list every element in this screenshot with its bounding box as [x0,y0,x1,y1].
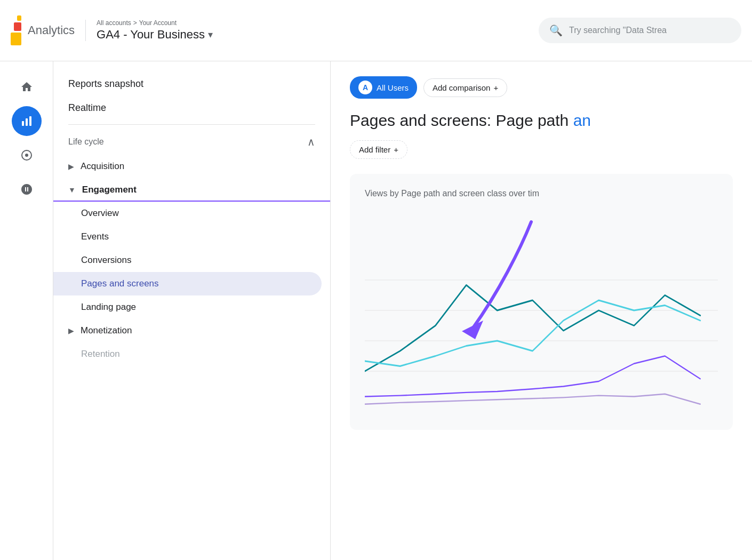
search-icon: 🔍 [549,24,563,37]
top-header: Analytics All accounts > Your Account GA… [0,0,752,61]
sidebar-realtime[interactable]: Realtime [53,96,330,120]
engagement-expand-icon: ▼ [68,186,76,194]
logo-bar-red [14,22,21,31]
nav-icon-home[interactable] [12,72,42,102]
chart-container: Views by Page path and screen class over… [350,174,733,430]
sidebar-item-engagement[interactable]: ▼ Engagement [53,178,330,202]
chart-title: Views by Page path and screen class over… [365,189,718,198]
account-name-label: GA4 - Your Business [97,28,205,42]
logo-bar-orange [11,33,21,45]
chart-line-teal-dark [365,285,700,372]
breadcrumb-separator: > [133,19,137,27]
monetization-label: Monetization [81,325,132,336]
sidebar-item-retention[interactable]: Retention [53,342,330,366]
acquisition-label: Acquisition [81,161,124,172]
page-title-text: Pages and screens: Page path an [350,111,591,129]
nav-icon-reports[interactable] [12,106,42,136]
monetization-expand-icon: ▶ [68,326,74,335]
page-title: Pages and screens: Page path an [350,111,733,130]
sidebar-item-landing-page[interactable]: Landing page [53,295,330,319]
header-divider [85,20,86,41]
svg-rect-1 [26,118,28,126]
acquisition-expand-icon: ▶ [68,162,74,171]
chart-title-text: Views by Page path and screen class over… [365,189,539,198]
add-comparison-icon: + [493,83,498,92]
sidebar-item-monetization[interactable]: ▶ Monetization [53,319,330,342]
icon-nav [0,61,53,560]
all-users-avatar: A [358,81,372,94]
chart-line-light-purple [365,394,700,404]
sidebar: Reports snapshot Realtime Life cycle ∧ ▶… [53,61,331,560]
all-users-label: All Users [377,83,409,92]
all-users-chip[interactable]: A All Users [350,76,417,99]
engagement-label: Engagement [82,185,137,195]
add-filter-icon: + [394,145,398,154]
account-name-dropdown[interactable]: GA4 - Your Business ▾ [97,28,213,42]
sidebar-divider-1 [68,124,315,125]
main-content: A All Users Add comparison + Pages and s… [331,61,752,560]
add-comparison-button[interactable]: Add comparison + [423,78,507,97]
sidebar-item-conversions[interactable]: Conversions [53,249,330,272]
chart-svg [365,209,718,412]
sidebar-item-events[interactable]: Events [53,225,330,249]
breadcrumb: All accounts > Your Account [97,19,213,27]
nav-icon-explore[interactable] [12,140,42,170]
nav-icon-advertising[interactable] [12,174,42,204]
svg-rect-0 [22,121,24,126]
analytics-logo-icon [11,15,21,45]
breadcrumb-your-account[interactable]: Your Account [139,19,177,27]
svg-rect-2 [29,116,31,126]
add-filter-button[interactable]: Add filter + [350,140,407,159]
breadcrumb-all-accounts[interactable]: All accounts [97,19,131,27]
logo-bar-yellow [17,15,21,21]
sidebar-item-acquisition[interactable]: ▶ Acquisition [53,155,330,178]
lifecycle-chevron-icon: ∧ [307,135,315,148]
account-dropdown-icon: ▾ [208,29,213,41]
add-filter-label: Add filter [359,145,390,154]
add-comparison-label: Add comparison [433,83,490,92]
account-area: All accounts > Your Account GA4 - Your B… [97,19,213,42]
sidebar-item-overview[interactable]: Overview [53,202,330,225]
lifecycle-label: Life cycle [68,137,104,147]
search-placeholder: Try searching "Data Strea [569,26,667,35]
sidebar-reports-snapshot[interactable]: Reports snapshot [53,72,330,96]
filter-row: A All Users Add comparison + [350,76,733,99]
logo-area: Analytics [11,15,75,45]
svg-point-4 [25,154,28,157]
sidebar-item-pages-screens[interactable]: Pages and screens [53,272,322,295]
main-layout: Reports snapshot Realtime Life cycle ∧ ▶… [0,61,752,560]
app-title: Analytics [28,23,75,37]
search-bar[interactable]: 🔍 Try searching "Data Strea [539,18,741,43]
lifecycle-header[interactable]: Life cycle ∧ [53,129,330,155]
